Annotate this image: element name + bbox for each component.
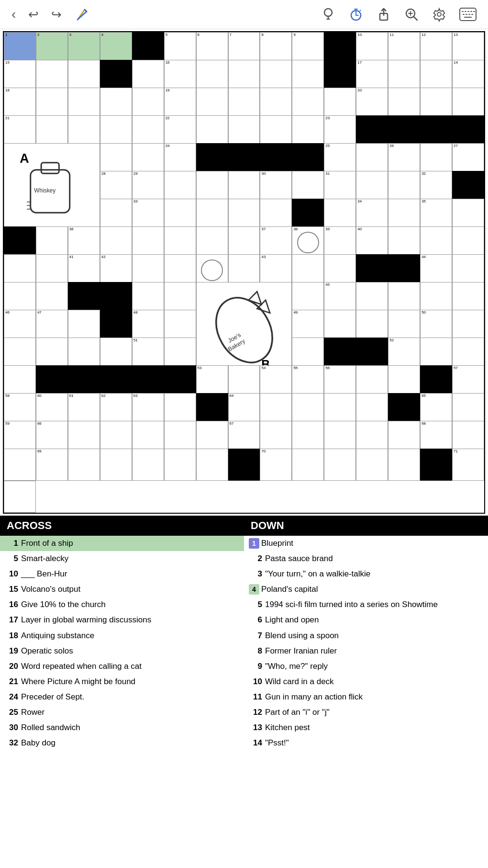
grid-cell[interactable]: [260, 60, 292, 92]
grid-cell[interactable]: 52: [388, 338, 420, 370]
grid-cell[interactable]: [452, 393, 484, 425]
grid-cell[interactable]: 44: [420, 254, 452, 286]
grid-cell[interactable]: 28: [100, 171, 132, 203]
grid-cell[interactable]: [68, 115, 100, 147]
clue-down-3[interactable]: 3 "Your turn," on a walkie-talkie: [244, 566, 488, 582]
grid-cell[interactable]: [36, 115, 68, 147]
grid-cell[interactable]: B Joe's Bakery: [196, 282, 292, 378]
grid-cell[interactable]: [420, 365, 452, 397]
grid-cell[interactable]: [100, 60, 132, 92]
grid-cell[interactable]: 70: [260, 449, 292, 481]
grid-cell[interactable]: 45: [324, 282, 356, 314]
grid-cell[interactable]: 46: [4, 310, 36, 342]
grid-cell[interactable]: [388, 88, 420, 120]
grid-cell[interactable]: 47: [36, 310, 68, 342]
grid-cell[interactable]: [36, 254, 68, 286]
grid-cell[interactable]: [452, 421, 484, 453]
grid-cell[interactable]: [196, 226, 228, 259]
grid-cell[interactable]: [420, 60, 452, 92]
grid-cell[interactable]: [164, 393, 196, 425]
grid-cell[interactable]: 12: [420, 32, 452, 64]
clue-down-13[interactable]: 13 Kitchen pest: [244, 720, 488, 735]
grid-cell[interactable]: [100, 88, 132, 120]
grid-cell[interactable]: 6: [196, 32, 228, 64]
grid-cell[interactable]: 60: [36, 393, 68, 425]
grid-cell[interactable]: [260, 421, 292, 453]
grid-cell[interactable]: [292, 254, 324, 286]
grid-cell[interactable]: [4, 365, 36, 397]
grid-cell[interactable]: 65: [420, 393, 452, 425]
clue-across-24[interactable]: 24 Preceder of Sept.: [0, 689, 244, 705]
grid-cell[interactable]: [356, 393, 388, 425]
grid-cell[interactable]: 48: [132, 310, 164, 342]
grid-cell[interactable]: 7: [228, 32, 260, 64]
grid-cell[interactable]: 67: [228, 421, 260, 453]
grid-cell[interactable]: 71: [452, 449, 484, 481]
grid-cell[interactable]: [196, 421, 228, 453]
grid-cell[interactable]: [388, 226, 420, 259]
grid-cell[interactable]: [228, 449, 260, 481]
grid-cell[interactable]: [324, 199, 356, 231]
clue-down-4[interactable]: 4 Poland's capital: [244, 582, 488, 597]
grid-cell[interactable]: [292, 449, 324, 481]
pencil-button[interactable]: [72, 5, 91, 24]
grid-cell[interactable]: 59: [4, 421, 36, 453]
grid-cell[interactable]: [4, 226, 36, 259]
redo-button[interactable]: ↪: [49, 5, 64, 24]
grid-cell[interactable]: [388, 60, 420, 92]
grid-cell[interactable]: [132, 60, 164, 92]
grid-cell[interactable]: [292, 393, 324, 425]
grid-cell[interactable]: [196, 115, 228, 147]
grid-cell[interactable]: [100, 310, 132, 342]
clue-across-20[interactable]: 20 Word repeated when calling a cat: [0, 659, 244, 674]
grid-cell[interactable]: [356, 365, 388, 397]
grid-cell[interactable]: 16: [164, 60, 196, 92]
grid-cell[interactable]: 36: [68, 226, 100, 259]
grid-cell[interactable]: [388, 171, 420, 203]
grid-cell[interactable]: 9: [292, 32, 324, 64]
grid-cell[interactable]: A Whiskey: [4, 143, 100, 239]
clue-across-25[interactable]: 25 Rower: [0, 705, 244, 720]
clue-across-15[interactable]: 15 Volcano's output: [0, 582, 244, 597]
clue-across-32[interactable]: 32 Baby dog: [0, 735, 244, 751]
grid-cell[interactable]: 69: [36, 449, 68, 481]
clue-across-10[interactable]: 10 ___ Ben-Hur: [0, 566, 244, 582]
grid-cell[interactable]: 29: [132, 171, 164, 203]
grid-cell[interactable]: 27: [452, 143, 484, 175]
grid-cell[interactable]: [420, 143, 452, 175]
grid-cell[interactable]: 26: [388, 143, 420, 175]
grid-cell[interactable]: [164, 254, 196, 286]
grid-cell[interactable]: [292, 143, 324, 175]
grid-cell[interactable]: [164, 310, 196, 342]
grid-cell[interactable]: [388, 393, 420, 425]
timer-button[interactable]: [346, 5, 366, 24]
grid-cell[interactable]: [132, 88, 164, 120]
grid-cell[interactable]: [292, 88, 324, 120]
grid-cell[interactable]: [260, 88, 292, 120]
keyboard-button[interactable]: [457, 6, 478, 23]
grid-cell[interactable]: [324, 421, 356, 453]
clue-down-6[interactable]: 6 Light and open: [244, 612, 488, 628]
grid-cell[interactable]: [164, 199, 196, 231]
grid-cell[interactable]: [196, 60, 228, 92]
crossword-grid[interactable]: 1234567891011121315161714181920212223 A …: [3, 31, 485, 514]
grid-cell[interactable]: [132, 421, 164, 453]
grid-cell[interactable]: [292, 421, 324, 453]
grid-cell[interactable]: [420, 449, 452, 481]
grid-cell[interactable]: [388, 254, 420, 286]
grid-cell[interactable]: 18: [4, 88, 36, 120]
grid-cell[interactable]: [196, 254, 228, 286]
clue-across-21[interactable]: 21 Where Picture A might be found: [0, 674, 244, 689]
grid-cell[interactable]: [292, 338, 324, 370]
grid-cell[interactable]: [100, 365, 132, 397]
grid-cell[interactable]: 53: [196, 365, 228, 397]
grid-cell[interactable]: [100, 449, 132, 481]
grid-cell[interactable]: [4, 449, 36, 481]
grid-cell[interactable]: [452, 199, 484, 231]
grid-cell[interactable]: [420, 338, 452, 370]
grid-cell[interactable]: 3: [68, 32, 100, 64]
grid-cell[interactable]: [68, 282, 100, 314]
grid-cell[interactable]: [164, 282, 196, 314]
grid-cell[interactable]: [4, 282, 36, 314]
grid-cell[interactable]: [196, 171, 228, 203]
